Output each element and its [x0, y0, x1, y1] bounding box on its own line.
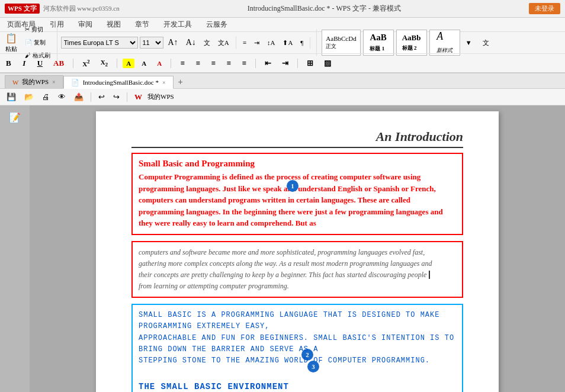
text-options-group: 文 — [480, 37, 492, 49]
sort-button[interactable]: ⬆A — [280, 37, 296, 49]
font-options-button[interactable]: 文A — [215, 37, 232, 49]
document-title: An Introduction — [131, 129, 463, 148]
section1-para1: Computer Programming is defined as the p… — [139, 171, 456, 229]
align-left-button[interactable]: ≡ — [176, 57, 188, 69]
print-icon[interactable]: 🖨 — [39, 91, 53, 104]
tab-document[interactable]: 📄 IntroducingSmallBasic.doc * × — [63, 76, 174, 89]
justify-button[interactable]: ≡ — [223, 57, 235, 69]
indent-increase-button[interactable]: ⇥ — [278, 57, 292, 69]
paste-button[interactable]: 📋粘贴 — [2, 31, 20, 55]
ribbon-row2: B I U AB X2 X2 A A A ≡ ≡ ≡ ≡ ≡ ⇤ ⇥ ⊞ ▨ — [0, 53, 565, 72]
char-shading-button[interactable]: A — [123, 59, 134, 68]
export-icon[interactable]: 📤 — [71, 91, 86, 104]
style-heading1[interactable]: AaB标题 1 — [363, 30, 394, 56]
align-right-button[interactable]: ≡ — [207, 57, 219, 69]
title-bar-left: WPS 文字 河东软件园 www.pc0359.cn — [5, 4, 120, 14]
section1-box: Small Basic and Programming Computer Pro… — [131, 153, 463, 235]
section1-para2: computers and software became more and m… — [139, 247, 456, 258]
section1-para3: gathering more complex concepts along th… — [139, 258, 456, 269]
section1-para4: their concepts are pretty challenging to… — [139, 269, 456, 281]
tab-mywps-close[interactable]: × — [52, 79, 56, 85]
tab-document-close[interactable]: × — [162, 79, 166, 86]
menu-review[interactable]: 审阅 — [76, 18, 95, 31]
indent-decrease-button[interactable]: ⇤ — [261, 57, 275, 69]
list-button[interactable]: ≡ — [240, 37, 249, 48]
main-area: 📝 An Introduction Small Basic and Progra… — [0, 105, 565, 392]
login-button[interactable]: 未登录 — [529, 3, 560, 14]
style-new[interactable]: A新样式 — [429, 30, 460, 56]
style-normal[interactable]: AaBbCcDd正文 — [322, 30, 360, 56]
section2-box: SMALL BASIC IS A PROGRAMMING LANGUAGE TH… — [131, 304, 463, 392]
title-bar-center: IntroducingSmallBasic.doc * - WPS 文字 - 兼… — [248, 4, 401, 14]
tab-mywps[interactable]: W 我的WPS × — [5, 75, 63, 88]
title-bar: WPS 文字 河东软件园 www.pc0359.cn IntroducingSm… — [0, 0, 565, 18]
section2-heading: THE SMALL BASIC ENVIRONMENT — [139, 382, 456, 391]
increase-font-button[interactable]: A↑ — [165, 36, 181, 49]
font-color2-button[interactable]: A — [153, 59, 165, 68]
site-watermark: 河东软件园 www.pc0359.cn — [43, 4, 120, 13]
highlight-button[interactable]: A — [138, 59, 150, 68]
ribbon-row1: 📋粘贴 ✂ 剪切 📄 复制 🖌 格式刷 Times Europa LT S 11… — [0, 32, 565, 53]
menu-section[interactable]: 章节 — [133, 18, 152, 31]
font-size-select[interactable]: 11 — [140, 37, 163, 49]
title-bar-right: 未登录 — [529, 3, 560, 14]
font-color-ab-button[interactable]: AB — [50, 57, 68, 69]
document-area: An Introduction Small Basic and Programm… — [30, 105, 565, 392]
paragraph-group: ≡ ⇥ ↕A ⬆A ¶ — [240, 37, 311, 49]
shading-button[interactable]: ▨ — [320, 57, 335, 69]
align-center-button[interactable]: ≡ — [192, 57, 204, 69]
decrease-font-button[interactable]: A↓ — [183, 36, 199, 49]
bold-button[interactable]: B — [2, 57, 15, 69]
ribbon: 📋粘贴 ✂ 剪切 📄 复制 🖌 格式刷 Times Europa LT S 11… — [0, 32, 565, 73]
menu-view[interactable]: 视图 — [104, 18, 123, 31]
font-name-select[interactable]: Times Europa LT S — [61, 37, 138, 49]
subscript-button[interactable]: X2 — [97, 57, 112, 69]
text-option1[interactable]: 文 — [480, 37, 492, 49]
mywps-label: 我的WPS — [147, 92, 174, 101]
distributed-button[interactable]: ≡ — [238, 57, 250, 69]
toolbar-row: 💾 📂 🖨 👁 📤 ↩ ↪ W 我的WPS — [0, 89, 565, 105]
menu-cloud[interactable]: 云服务 — [204, 18, 230, 31]
indent-button[interactable]: ⇥ — [251, 37, 262, 49]
open-icon[interactable]: 📂 — [21, 91, 37, 104]
tab-bar: W 我的WPS × 📄 IntroducingSmallBasic.doc * … — [0, 73, 565, 89]
marker-1: 1 — [287, 180, 298, 192]
italic-button[interactable]: I — [18, 57, 30, 69]
section1-continued: computers and software became more and m… — [131, 241, 463, 298]
menu-developer[interactable]: 开发工具 — [161, 18, 194, 31]
sidebar: 📝 — [0, 105, 30, 392]
font-group: Times Europa LT S 11 A↑ A↓ 文 文A — [61, 36, 236, 49]
menu-bar: 页面布局 引用 审阅 视图 章节 开发工具 云服务 — [0, 18, 565, 32]
style-heading2[interactable]: AaBb标题 2 — [396, 30, 427, 56]
section2-para1: SMALL BASIC IS A PROGRAMMING LANGUAGE TH… — [139, 310, 456, 332]
wps-logo: WPS 文字 — [5, 4, 40, 14]
sidebar-icon[interactable]: 📝 — [6, 110, 24, 125]
section2-para2: APPROACHABLE AND FUN FOR BEGINNERS. SMAL… — [139, 333, 456, 355]
section1-para5: from learning or attempting computer pro… — [139, 281, 456, 292]
save-icon[interactable]: 💾 — [4, 91, 19, 104]
copy-button[interactable]: 📄 复制 — [22, 37, 53, 49]
undo-icon[interactable]: ↩ — [95, 91, 108, 104]
show-marks-button[interactable]: ¶ — [297, 37, 306, 48]
more-styles-button[interactable]: ▼ — [463, 37, 475, 48]
tab-add-button[interactable]: + — [174, 75, 188, 88]
section2-para3: STEPPING STONE TO THE AMAZING WORLD OF C… — [139, 355, 456, 367]
document: An Introduction Small Basic and Programm… — [96, 111, 499, 392]
wps-icon[interactable]: W — [131, 91, 145, 104]
border-button[interactable]: ⊞ — [303, 57, 317, 69]
styles-area: AaBbCcDd正文 AaB标题 1 AaBb标题 2 A新样式 ▼ — [316, 30, 474, 56]
redo-icon[interactable]: ↪ — [110, 91, 123, 104]
line-spacing-button[interactable]: ↕A — [264, 37, 278, 48]
font-color-button[interactable]: 文 — [201, 37, 213, 49]
preview-icon[interactable]: 👁 — [55, 91, 69, 104]
text-cursor — [429, 271, 430, 279]
cut-button[interactable]: ✂ 剪切 — [22, 24, 53, 36]
underline-button[interactable]: U — [34, 57, 46, 69]
superscript-button[interactable]: X2 — [79, 57, 94, 69]
marker-3: 3 — [307, 361, 319, 372]
section1-heading: Small Basic and Programming — [139, 159, 456, 169]
